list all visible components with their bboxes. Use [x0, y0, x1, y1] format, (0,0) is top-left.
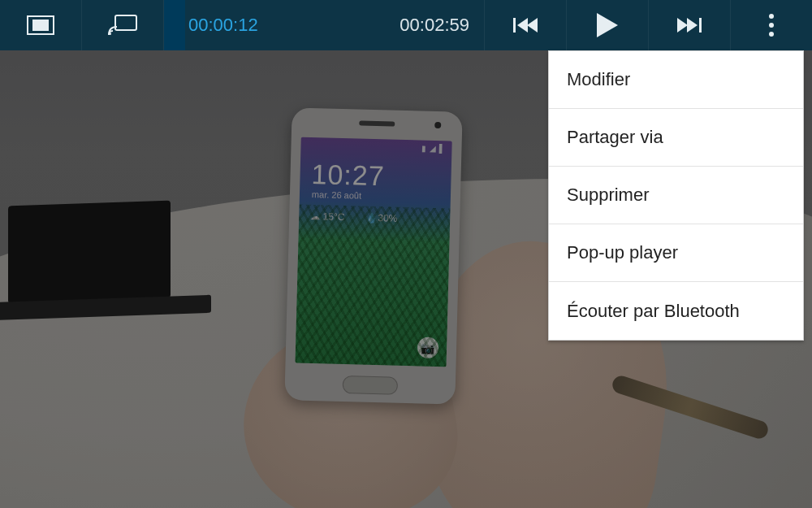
svg-point-12	[769, 23, 774, 28]
background-laptop	[8, 201, 171, 304]
more-options-button[interactable]	[731, 0, 812, 50]
play-icon	[597, 13, 618, 37]
screen-mirroring-button[interactable]	[82, 0, 163, 50]
svg-marker-7	[597, 13, 618, 37]
menu-item-label: Partager via	[567, 127, 663, 148]
video-player-screen: ▮ ◢ ▌ 10:27 mar. 26 août ☁ 15°C 💧30% 📷	[0, 0, 812, 508]
menu-item-modifier[interactable]: Modifier	[549, 51, 803, 109]
menu-item-label: Pop-up player	[567, 242, 678, 263]
aspect-ratio-icon	[27, 15, 54, 35]
svg-rect-4	[513, 18, 516, 33]
total-time: 00:02:59	[400, 15, 469, 36]
menu-item-supprimer[interactable]: Supprimer	[549, 167, 803, 224]
svg-marker-5	[517, 18, 528, 33]
svg-rect-1	[32, 20, 49, 31]
phone-lockscreen: ▮ ◢ ▌ 10:27 mar. 26 août ☁ 15°C 💧30% 📷	[296, 137, 452, 367]
progress-fill	[164, 0, 185, 50]
cast-icon	[108, 15, 137, 36]
phone-speaker	[359, 120, 395, 126]
menu-item-partager-via[interactable]: Partager via	[549, 109, 803, 167]
svg-point-13	[769, 32, 774, 37]
phone-weather-row: ☁ 15°C 💧30%	[310, 211, 398, 224]
next-button[interactable]	[649, 0, 730, 50]
previous-button[interactable]	[485, 0, 566, 50]
menu-item-ecouter-bluetooth[interactable]: Écouter par Bluetooth	[549, 282, 803, 340]
player-top-bar: 00:00:12 00:02:59	[0, 0, 812, 50]
svg-point-11	[769, 14, 774, 19]
skip-previous-icon	[513, 16, 538, 34]
skip-next-icon	[677, 16, 702, 34]
phone-in-video: ▮ ◢ ▌ 10:27 mar. 26 août ☁ 15°C 💧30% 📷	[284, 107, 462, 404]
menu-item-popup-player[interactable]: Pop-up player	[549, 224, 803, 282]
svg-marker-9	[687, 18, 698, 33]
svg-marker-8	[677, 18, 688, 33]
more-vertical-icon	[768, 13, 775, 37]
menu-item-label: Modifier	[567, 69, 630, 90]
svg-rect-2	[115, 15, 136, 30]
phone-clock: 10:27	[311, 158, 385, 192]
phone-front-camera	[434, 122, 441, 128]
menu-item-label: Supprimer	[567, 185, 649, 206]
svg-rect-10	[699, 18, 702, 33]
phone-humidity: 30%	[378, 212, 397, 224]
camera-shortcut-icon: 📷	[417, 336, 439, 358]
phone-status-icons: ▮ ◢ ▌	[421, 144, 445, 154]
menu-item-label: Écouter par Bluetooth	[567, 301, 740, 322]
aspect-ratio-button[interactable]	[0, 0, 81, 50]
svg-point-3	[109, 33, 111, 35]
phone-temp: 15°C	[322, 211, 344, 223]
phone-date: mar. 26 août	[312, 189, 361, 201]
seek-bar[interactable]: 00:00:12 00:02:59	[164, 0, 484, 50]
svg-marker-6	[527, 18, 538, 33]
phone-home-button	[343, 376, 399, 395]
current-time: 00:00:12	[188, 15, 258, 36]
options-menu: Modifier Partager via Supprimer Pop-up p…	[548, 50, 804, 341]
play-button[interactable]	[567, 0, 648, 50]
